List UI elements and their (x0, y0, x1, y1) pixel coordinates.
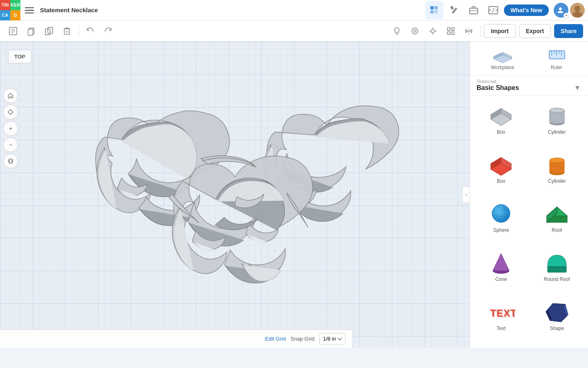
3d-view-button[interactable] (425, 1, 443, 19)
text-label: Text (497, 325, 506, 331)
box-gray-icon (487, 103, 515, 128)
library-source: Tinkercad (477, 79, 581, 84)
right-panel: Workplane Ruler Ti (470, 42, 588, 348)
roundroof-teal-label: Round Roof (544, 276, 570, 282)
box-gray-label: Box (497, 129, 506, 135)
sphere-blue-label: Sphere (493, 227, 509, 233)
shape-tool-button[interactable] (407, 23, 423, 39)
share-button[interactable]: Share (554, 24, 583, 38)
ruler-label: Ruler (551, 65, 563, 70)
paste-button[interactable] (23, 23, 39, 39)
undo-button[interactable] (82, 23, 98, 39)
bottom-bar: Edit Grid Snap Grid 1/8 in (0, 330, 352, 348)
snap-grid-value-text: 1/8 in (323, 336, 336, 342)
box-red-icon (487, 152, 515, 177)
shape-item-shape[interactable]: Shape (529, 295, 585, 344)
perspective-button[interactable] (3, 154, 18, 168)
hamburger-button[interactable] (20, 0, 38, 20)
canvas-area[interactable]: TOP (0, 42, 470, 348)
lightbulb-button[interactable] (389, 23, 405, 39)
logo-ca: CA (0, 10, 10, 20)
left-controls: + − (0, 83, 21, 168)
library-dropdown-button[interactable]: ▼ (573, 84, 581, 92)
cone-purple-label: Cone (495, 276, 507, 282)
whats-new-button[interactable]: What's New (504, 4, 549, 16)
panel-collapse-button[interactable]: › (462, 186, 470, 203)
svg-rect-2 (25, 12, 34, 13)
roof-green-icon (543, 201, 571, 226)
cylinder-gray-icon (543, 103, 571, 128)
zoom-in-button[interactable]: + (3, 121, 18, 136)
logo-d: D (10, 10, 20, 20)
ruler-icon (546, 47, 567, 63)
svg-rect-24 (65, 29, 70, 34)
user-avatar[interactable] (570, 3, 585, 18)
sphere-blue-icon (487, 201, 515, 226)
snap-grid-selector[interactable]: 1/8 in (319, 333, 345, 345)
home-view-button[interactable] (3, 88, 18, 103)
svg-rect-0 (25, 7, 34, 8)
logo-ker: KER (10, 0, 20, 10)
shape-item-cylinder-orange[interactable]: Cylinder (529, 148, 585, 197)
toolbar-separator-1 (78, 25, 79, 37)
svg-rect-1 (25, 10, 34, 11)
svg-rect-7 (450, 6, 454, 10)
projects-button[interactable] (465, 1, 483, 19)
svg-point-29 (431, 29, 435, 33)
roundroof-teal-icon (543, 250, 571, 275)
svg-marker-40 (470, 29, 472, 32)
ruler-button[interactable]: Ruler (546, 47, 567, 70)
svg-marker-39 (466, 29, 468, 32)
shape-item-text[interactable]: TEXT TEXT Text (473, 295, 529, 344)
workplane-ruler-row: Workplane Ruler (470, 42, 588, 76)
shape-item-sphere-blue[interactable]: Sphere (473, 197, 529, 246)
svg-point-14 (575, 6, 580, 11)
redo-button[interactable] (100, 23, 116, 39)
svg-rect-34 (448, 27, 450, 30)
zoom-out-button[interactable]: − (3, 137, 18, 152)
workplane-icon (492, 47, 513, 63)
workplane-button[interactable]: Workplane (491, 47, 514, 70)
svg-point-12 (559, 7, 562, 10)
delete-button[interactable] (59, 23, 75, 39)
svg-line-11 (492, 8, 494, 12)
shape-item-cylinder-gray[interactable]: Cylinder (529, 99, 585, 148)
box-red-label: Box (497, 178, 506, 184)
mirror-button[interactable] (461, 23, 477, 39)
plus-badge: + (564, 13, 569, 18)
codeblocks-button[interactable] (484, 1, 502, 19)
svg-rect-6 (434, 10, 438, 13)
svg-rect-3 (430, 6, 434, 9)
svg-rect-8 (470, 8, 478, 14)
view-label: TOP (8, 50, 31, 63)
align-button[interactable] (425, 23, 441, 39)
import-button[interactable]: Import (484, 24, 516, 38)
grid-align-button[interactable] (443, 23, 459, 39)
new-button[interactable] (5, 23, 21, 39)
fit-view-button[interactable] (3, 105, 18, 119)
shape-item-roof-green[interactable]: Roof (529, 197, 585, 246)
duplicate-button[interactable] (41, 23, 57, 39)
svg-rect-88 (548, 267, 566, 272)
shape-item-box-gray[interactable]: Box (473, 99, 529, 148)
svg-point-41 (9, 110, 13, 114)
svg-text:TEXT: TEXT (491, 308, 515, 319)
logo-tin: TIN (0, 0, 10, 10)
main-area: + − TOP (0, 42, 588, 348)
shape-item-roundroof-teal[interactable]: Round Roof (529, 246, 585, 295)
svg-marker-87 (493, 254, 509, 271)
edit-grid-button[interactable]: Edit Grid (265, 336, 286, 342)
shapes-grid: Box Cylinder (470, 96, 588, 348)
shape-item-box-red[interactable]: Box (473, 148, 529, 197)
snap-grid-label: Snap Grid (291, 336, 315, 342)
shape-item-cone-purple[interactable]: Cone (473, 246, 529, 295)
tools-button[interactable] (445, 1, 463, 19)
add-user-button[interactable]: + (554, 3, 568, 18)
project-title: Statement Necklace (40, 7, 233, 13)
toolbar: Import Export Share (0, 20, 588, 42)
cylinder-orange-label: Cylinder (548, 178, 566, 184)
export-button[interactable]: Export (519, 24, 551, 38)
shape-library-header: Tinkercad Basic Shapes ▼ (470, 76, 588, 96)
svg-rect-37 (452, 31, 454, 34)
logo: TIN KER CA D (0, 0, 20, 20)
